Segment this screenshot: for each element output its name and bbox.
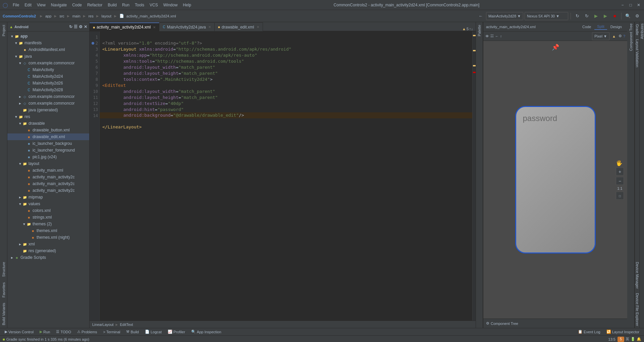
- breadcrumb-linearlayout[interactable]: LinearLayout: [92, 323, 114, 327]
- make-icon[interactable]: ↻: [583, 12, 591, 20]
- split-view-tab[interactable]: Split: [594, 24, 607, 30]
- tree-item-themes-xml[interactable]: ■ themes.xml: [7, 227, 89, 234]
- question-icon[interactable]: ?: [623, 34, 625, 38]
- settings-icon[interactable]: ⚙: [619, 34, 622, 38]
- tree-item-ic-launcher-fg[interactable]: ■ ic_launcher_foreground: [7, 147, 89, 154]
- crumb-layout[interactable]: layout: [102, 14, 111, 18]
- code-content[interactable]: <?xml version="1.0" encoding="utf-8"?> <…: [100, 32, 472, 321]
- project-settings-icon[interactable]: ⚙: [79, 24, 83, 29]
- sidebar-item-favorites[interactable]: Favorites: [1, 280, 6, 300]
- tree-item-activity-main-2c3[interactable]: ■ activity_main_activity2c: [7, 187, 89, 194]
- tree-item-activity-main-2c2[interactable]: ■ activity_main_activity2c: [7, 180, 89, 187]
- menu-build[interactable]: Build: [106, 2, 119, 8]
- palette-panel[interactable]: Palette: [476, 22, 483, 328]
- menu-navigate[interactable]: Navigate: [49, 2, 69, 8]
- run-config-dropdown[interactable]: MainActivity2d28 ▼: [486, 12, 523, 20]
- device-preview-dropdown[interactable]: Pixel ▼: [592, 32, 609, 40]
- tree-item-java[interactable]: ▼ 📁 java: [7, 53, 89, 60]
- tree-item-drawable[interactable]: ▼ 📁 drawable: [7, 120, 89, 127]
- device-dropdown[interactable]: Nexus 5X API 30 ▼: [525, 12, 568, 20]
- tree-item-mainactivity2d24[interactable]: C MainActivity2d24: [7, 73, 89, 80]
- tree-item-activity-main-2c1[interactable]: ■ activity_main_activity2c: [7, 174, 89, 180]
- tree-item-themes-xml-night[interactable]: ■ themes.xml (night): [7, 234, 89, 241]
- menu-edit[interactable]: Edit: [22, 2, 34, 8]
- tree-item-package2[interactable]: ► ◇ com.example.commoncor: [7, 93, 89, 100]
- settings-icon[interactable]: ⚙: [486, 321, 489, 326]
- tab-mainactivity-java[interactable]: C MainActivity2d24.java ✕: [159, 22, 214, 31]
- tree-item-strings[interactable]: ■ strings.xml: [7, 214, 89, 221]
- tree-item-res[interactable]: ▼ 📁 res: [7, 113, 89, 120]
- design-view-tab[interactable]: Design: [608, 24, 625, 30]
- layout-inspector-button[interactable]: 🔁 Layout Inspector: [604, 328, 641, 335]
- minimize-button[interactable]: −: [620, 2, 625, 8]
- maximize-button[interactable]: □: [628, 2, 633, 8]
- tab-close-button[interactable]: ✕: [208, 25, 211, 29]
- hand-tool-icon[interactable]: 🖐: [616, 160, 624, 166]
- attributes-panel[interactable]: Attributes: [639, 22, 644, 328]
- tree-item-res-generated[interactable]: 📁 res (generated): [7, 247, 89, 254]
- settings-icon[interactable]: ⚙: [633, 12, 641, 20]
- up-arrow-icon[interactable]: ↑: [500, 34, 502, 38]
- stop-icon[interactable]: ■: [611, 12, 619, 20]
- zoom-in-button[interactable]: +: [616, 168, 624, 176]
- menu-refactor[interactable]: Refactor: [85, 2, 104, 8]
- tree-item-drawable-button[interactable]: ■ drawable_button.xml: [7, 127, 89, 133]
- crumb-src[interactable]: src: [59, 14, 64, 18]
- tab-drawable-edit[interactable]: ■ drawable_edit.xml ✕: [215, 22, 263, 31]
- tree-item-package3[interactable]: ► ◇ com.example.commoncor: [7, 100, 89, 107]
- debug-icon[interactable]: ▶: [601, 12, 609, 20]
- search-everywhere-icon[interactable]: 🔍: [624, 12, 632, 20]
- component-tree-panel[interactable]: Component Tree: [627, 22, 635, 328]
- sidebar-item-project[interactable]: Project: [1, 22, 6, 39]
- tree-item-ic-launcher-bg[interactable]: ■ ic_launcher_backgrou: [7, 140, 89, 147]
- left-arrow-icon[interactable]: ←: [495, 34, 499, 38]
- app-inspection-button[interactable]: 🔍 App Inspection: [189, 328, 223, 335]
- event-log-button[interactable]: 📋 Event Log: [576, 328, 602, 335]
- menu-file[interactable]: File: [11, 2, 21, 8]
- crumb-app[interactable]: app: [45, 14, 51, 18]
- tree-item-androidmanifest[interactable]: ■ AndroidManifest.xml: [7, 46, 89, 53]
- tree-item-java-generated[interactable]: 📁 java (generated): [7, 107, 89, 113]
- tree-item-values[interactable]: ▼ 📁 values: [7, 201, 89, 207]
- menu-vcs[interactable]: VCS: [148, 2, 160, 8]
- todo-button[interactable]: ☰ TODO: [54, 328, 73, 335]
- tree-item-app[interactable]: ▼ 📁 app: [7, 33, 89, 40]
- project-collapse-icon[interactable]: ☰: [74, 24, 77, 29]
- profiler-button[interactable]: 📈 Profiler: [166, 328, 187, 335]
- crumb-file[interactable]: activity_main_activity2d24.xml: [126, 14, 176, 18]
- run-icon[interactable]: ▶: [592, 12, 600, 20]
- menu-run[interactable]: Run: [120, 2, 131, 8]
- tree-item-pic1[interactable]: ■ pic1.jpg (v24): [7, 154, 89, 160]
- tree-item-activity-main[interactable]: ■ activity_main.xml: [7, 167, 89, 174]
- run-status-button[interactable]: ▶ Run: [38, 328, 52, 335]
- tree-item-drawable-edit[interactable]: ■ drawable_edit.xml: [7, 133, 89, 140]
- grid-icon[interactable]: ☷: [490, 34, 494, 38]
- fit-screen-button[interactable]: □: [616, 192, 624, 200]
- sidebar-item-structure[interactable]: Structure: [1, 259, 6, 280]
- tree-item-xml[interactable]: ► 📁 xml: [7, 241, 89, 247]
- project-sync-icon[interactable]: ↻: [69, 24, 72, 29]
- menu-help[interactable]: Help: [181, 2, 193, 8]
- tree-item-mainactivity[interactable]: C MainActivity: [7, 66, 89, 73]
- tree-item-mainactivity2d26[interactable]: C MainActivity2d26: [7, 80, 89, 87]
- eye-icon[interactable]: 👁: [485, 34, 489, 38]
- problems-button[interactable]: ⚠ Problems: [75, 328, 99, 335]
- back-button[interactable]: ←: [477, 12, 485, 20]
- terminal-button[interactable]: > Terminal: [101, 328, 122, 335]
- close-button[interactable]: ✕: [636, 2, 641, 8]
- tab-activity-main[interactable]: ■ activity_main_activity2d24.xml ✕: [90, 22, 159, 31]
- code-view-tab[interactable]: Code: [580, 24, 594, 30]
- tree-item-manifests[interactable]: ▼ 📁 manifests: [7, 40, 89, 46]
- project-close-icon[interactable]: ✕: [84, 24, 87, 29]
- crumb-res[interactable]: res: [88, 14, 93, 18]
- tree-item-mainactivity2d28[interactable]: C MainActivity2d28: [7, 87, 89, 93]
- tab-close-button[interactable]: ✕: [153, 25, 156, 29]
- tree-item-mipmap[interactable]: ► 📁 mipmap: [7, 194, 89, 201]
- menu-tools[interactable]: Tools: [133, 2, 146, 8]
- build-button[interactable]: ⚒ Build: [124, 328, 141, 335]
- menu-view[interactable]: View: [35, 2, 48, 8]
- tree-item-gradle-scripts[interactable]: ► ■ Gradle Scripts: [7, 254, 89, 261]
- sidebar-item-build-variants[interactable]: Build Variants: [1, 300, 6, 328]
- tree-item-colors[interactable]: ■ colors.xml: [7, 207, 89, 214]
- crumb-main[interactable]: main: [72, 14, 80, 18]
